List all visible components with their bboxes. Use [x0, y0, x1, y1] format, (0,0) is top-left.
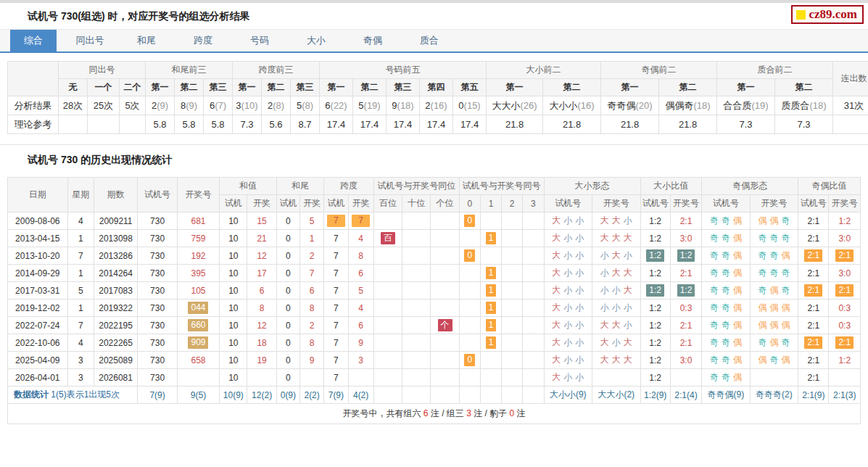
cell: 5(8) [291, 96, 320, 115]
tab-同出号[interactable]: 同出号 [67, 30, 113, 51]
cell: 730 [138, 247, 177, 265]
cell: 1:2 [640, 230, 670, 247]
badge-7: 7 [327, 215, 345, 227]
tab-大小[interactable]: 大小 [293, 30, 339, 51]
cell: 17.4 [387, 115, 420, 134]
cell [480, 247, 501, 265]
pattern-奇奇偶: 奇奇偶 [708, 302, 743, 313]
cell: 大小小 [544, 282, 592, 299]
cell: 5 [300, 212, 324, 230]
cell [502, 299, 523, 317]
pattern-奇奇偶: 奇奇偶 [708, 337, 743, 347]
pattern-小小小: 小小小 [599, 302, 634, 313]
cell [373, 247, 402, 265]
cell [459, 317, 480, 334]
cell: 1:2 [640, 212, 670, 230]
table-row: 2013-10-2072013286730192101202780大小小小大小1… [8, 247, 861, 265]
cell: 730 [138, 299, 177, 317]
cell: 10 [220, 212, 247, 230]
header-cell [8, 62, 59, 96]
cell: 3:0 [670, 352, 701, 369]
pattern-奇奇偶: 奇奇偶 [708, 233, 743, 243]
cell: 1:2(9) [640, 387, 670, 404]
cell: 6 [300, 282, 324, 299]
cell: 开奖号中，共有组六 6 注 / 组三 3 注 / 豹子 0 注 [8, 404, 861, 424]
cell: 奇奇偶 [702, 212, 751, 230]
header-cell: 第三 [387, 79, 420, 96]
cell [592, 369, 641, 387]
cell [300, 369, 324, 387]
badge-0: 0 [464, 354, 475, 366]
cell: 2022-10-06 [8, 334, 68, 352]
tab-奇偶[interactable]: 奇偶 [350, 30, 396, 51]
tab-质合[interactable]: 质合 [406, 30, 452, 51]
cell: 1 [67, 299, 94, 317]
header-cell: 第三 [204, 79, 233, 96]
cell [480, 212, 501, 230]
header-cell: 试机号 [702, 195, 751, 212]
cell: 2014-09-29 [8, 265, 68, 282]
tab-和尾[interactable]: 和尾 [123, 30, 170, 51]
cell [373, 369, 402, 387]
cell: 奇奇奇 [750, 230, 798, 247]
cell [523, 282, 544, 299]
header-cell: 第二 [175, 79, 204, 96]
table-row: 2009-08-0642009211730681101505770大小小大大小1… [8, 212, 861, 230]
header-cell: 试机号 [544, 195, 592, 212]
cell: 小小小 [592, 299, 641, 317]
table-row: 2022-10-0642022265730909101808791大小小大小大1… [8, 334, 861, 352]
header-cell: 第四 [420, 79, 453, 96]
badge-1:2: 1:2 [677, 284, 695, 297]
cell: 5 [348, 282, 373, 299]
cell: 2:1(3) [829, 387, 861, 404]
cell: 7 [324, 334, 348, 352]
pattern-大小小: 大小小 [550, 320, 585, 330]
cell: 偶偶偶 [750, 299, 798, 317]
cell [502, 212, 523, 230]
cell: 奇奇偶 [702, 247, 751, 265]
cell: 7 [324, 317, 348, 334]
cell: 9 [348, 334, 373, 352]
cell: 3 [348, 352, 373, 369]
cell: 6 [348, 317, 373, 334]
cell: 7 [324, 352, 348, 369]
header-cell: 第二 [659, 79, 717, 96]
cell: 4 [348, 299, 373, 317]
cell [523, 230, 544, 247]
pattern-奇奇偶: 奇奇偶 [756, 250, 791, 260]
header-cell: 第一 [320, 79, 353, 96]
cell: 偶偶奇 [750, 212, 798, 230]
logo-icon [796, 10, 806, 20]
cell: 1:2 [670, 247, 701, 265]
badge-1: 1 [486, 232, 497, 244]
cell: 偶奇偶 [750, 352, 798, 369]
cell: 1:2 [640, 299, 670, 317]
cell: 奇奇偶 [702, 299, 751, 317]
cell: 2:1(4) [670, 387, 701, 404]
cell: 909 [177, 334, 219, 352]
tab-号码[interactable]: 号码 [236, 30, 283, 51]
site-logo[interactable]: cz89.com [791, 5, 864, 24]
tab-综合[interactable]: 综合 [10, 30, 57, 51]
tab-跨度[interactable]: 跨度 [180, 30, 226, 51]
cell: 奇偶奇 [750, 334, 798, 352]
cell: 12(2) [247, 387, 276, 404]
cell: 4 [348, 230, 373, 247]
cell: 3 [67, 352, 94, 369]
pattern-大小小: 大小小 [550, 215, 585, 226]
cell: 奇奇奇 [750, 265, 798, 282]
header-cell: 第五 [453, 79, 487, 96]
cell: 奇奇偶(20) [601, 96, 659, 115]
table-row: 2019-12-021201932273004410808741大小小小小小1:… [8, 299, 861, 317]
pattern-奇奇偶: 奇奇偶 [708, 372, 743, 382]
header-cell: 第一 [233, 79, 262, 96]
cell: 658 [177, 352, 219, 369]
cell: 奇奇偶 [702, 265, 751, 282]
cell: 1 [480, 265, 501, 282]
cell: 3(10) [233, 96, 262, 115]
cell: 10(9) [220, 387, 247, 404]
cell: 1:2 [640, 282, 670, 299]
cell [373, 212, 402, 230]
cell [502, 369, 523, 387]
cell [459, 369, 480, 387]
